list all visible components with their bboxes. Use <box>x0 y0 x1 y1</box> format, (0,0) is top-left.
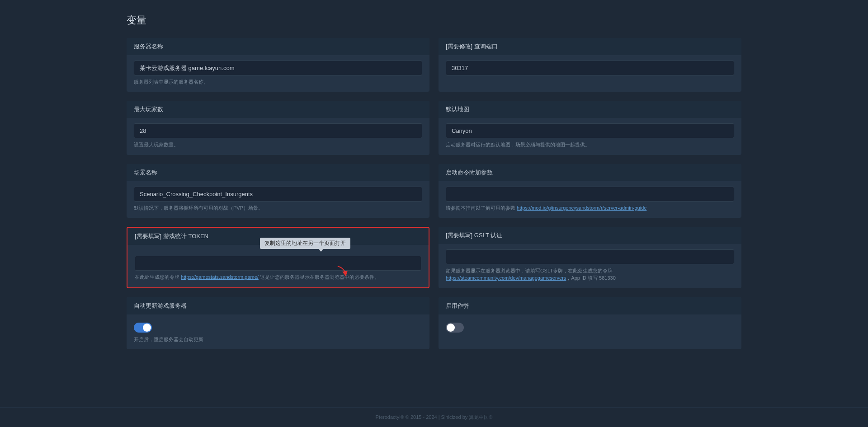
query-port-input[interactable] <box>446 61 734 75</box>
gslt-link[interactable]: https://steamcommunity.com/dev/managegam… <box>446 275 566 281</box>
game-stats-token-input[interactable] <box>135 256 421 271</box>
gslt-hint: 如果服务器显示在服务器浏览器中，请填写GSLT令牌，在此处生成您的令牌 http… <box>446 267 734 282</box>
game-stats-hint-suffix: 这是让您的服务器显示在服务器浏览器中的必要条件。 <box>259 274 379 280</box>
enable-mortar-toggle[interactable] <box>446 323 464 333</box>
auto-update-body: 开启后，重启服务器会自动更新 <box>127 314 429 349</box>
auto-update-label: 自动更新游戏服务器 <box>127 297 429 314</box>
max-players-body: 设置最大玩家数量。 <box>127 118 429 155</box>
main-content: 变量 服务器名称 服务器列表中显示的服务器名称。 [需要修改] 查询端口 最大玩… <box>0 0 868 407</box>
launch-params-hint: 请参阅本指南以了解可用的参数 https://mod.io/g/insurgen… <box>446 205 734 211</box>
query-port-label: [需要修改] 查询端口 <box>439 38 741 55</box>
gslt-card: [需要填写] GSLT 认证 如果服务器显示在服务器浏览器中，请填写GSLT令牌… <box>439 227 741 288</box>
max-players-label: 最大玩家数 <box>127 101 429 118</box>
launch-params-hint-prefix: 请参阅本指南以了解可用的参数 <box>446 205 517 211</box>
launch-params-input[interactable] <box>446 187 734 202</box>
launch-params-label: 启动命令附加参数 <box>439 164 741 181</box>
scenario-name-card: 场景名称 默认情况下，服务器将循环所有可用的对战（PVP）场景。 <box>127 164 429 218</box>
max-players-input[interactable] <box>134 123 422 138</box>
scenario-name-input[interactable] <box>134 187 422 202</box>
default-map-hint: 启动服务器时运行的默认地图，场景必须与提供的地图一起提供。 <box>446 141 734 148</box>
gslt-body: 如果服务器显示在服务器浏览器中，请填写GSLT令牌，在此处生成您的令牌 http… <box>439 244 741 288</box>
server-name-card: 服务器名称 服务器列表中显示的服务器名称。 <box>127 38 429 92</box>
auto-update-toggle[interactable] <box>134 323 152 333</box>
footer-text: Pterodactyl® © 2015 - 2024 | Sinicized b… <box>376 414 493 420</box>
gslt-label: [需要填写] GSLT 认证 <box>439 227 741 244</box>
default-map-input[interactable] <box>446 123 734 138</box>
query-port-card: [需要修改] 查询端口 <box>439 38 741 92</box>
variables-grid: 服务器名称 服务器列表中显示的服务器名称。 [需要修改] 查询端口 最大玩家数 … <box>127 38 741 349</box>
launch-params-card: 启动命令附加参数 请参阅本指南以了解可用的参数 https://mod.io/g… <box>439 164 741 218</box>
server-name-hint: 服务器列表中显示的服务器名称。 <box>134 79 422 85</box>
launch-params-link[interactable]: https://mod.io/g/insurgencysandstorm/r/s… <box>517 205 646 211</box>
arrow-icon <box>335 264 349 277</box>
default-map-body: 启动服务器时运行的默认地图，场景必须与提供的地图一起提供。 <box>439 118 741 155</box>
gslt-hint-suffix: ，App ID 填写 581330 <box>566 275 615 281</box>
auto-update-hint: 开启后，重启服务器会自动更新 <box>134 336 422 343</box>
page-title: 变量 <box>127 14 741 27</box>
server-name-input[interactable] <box>134 61 422 75</box>
default-map-label: 默认地图 <box>439 101 741 118</box>
game-stats-hint-prefix: 在此处生成您的令牌 <box>135 274 181 280</box>
enable-mortar-label: 启用作弊 <box>439 297 741 314</box>
auto-update-card: 自动更新游戏服务器 开启后，重启服务器会自动更新 <box>127 297 429 349</box>
query-port-body <box>439 55 741 82</box>
game-stats-token-body: 复制这里的地址在另一个页面打开 在此处生成您的令牌 https://gamest… <box>127 245 429 287</box>
gslt-input[interactable] <box>446 249 734 264</box>
scenario-name-hint: 默认情况下，服务器将循环所有可用的对战（PVP）场景。 <box>134 205 422 211</box>
scenario-name-label: 场景名称 <box>127 164 429 181</box>
enable-mortar-card: 启用作弊 <box>439 297 741 349</box>
scenario-name-body: 默认情况下，服务器将循环所有可用的对战（PVP）场景。 <box>127 181 429 218</box>
gslt-hint-prefix: 如果服务器显示在服务器浏览器中，请填写GSLT令牌，在此处生成您的令牌 <box>446 268 613 273</box>
game-stats-token-card: [需要填写] 游戏统计 TOKEN 复制这里的地址在另一个页面打开 <box>127 227 429 288</box>
footer: Pterodactyl® © 2015 - 2024 | Sinicized b… <box>0 407 868 427</box>
server-name-label: 服务器名称 <box>127 38 429 55</box>
launch-params-body: 请参阅本指南以了解可用的参数 https://mod.io/g/insurgen… <box>439 181 741 218</box>
server-name-body: 服务器列表中显示的服务器名称。 <box>127 55 429 92</box>
default-map-card: 默认地图 启动服务器时运行的默认地图，场景必须与提供的地图一起提供。 <box>439 101 741 155</box>
game-stats-token-hint: 在此处生成您的令牌 https://gamestats.sandstorm.ga… <box>135 274 421 281</box>
game-stats-token-label: [需要填写] 游戏统计 TOKEN <box>127 228 429 245</box>
max-players-hint: 设置最大玩家数量。 <box>134 141 422 148</box>
auto-update-toggle-wrapper <box>134 323 422 333</box>
max-players-card: 最大玩家数 设置最大玩家数量。 <box>127 101 429 155</box>
game-stats-link[interactable]: https://gamestats.sandstorm.game/ <box>181 274 259 280</box>
enable-mortar-body <box>439 314 741 339</box>
enable-mortar-toggle-wrapper <box>446 323 734 333</box>
